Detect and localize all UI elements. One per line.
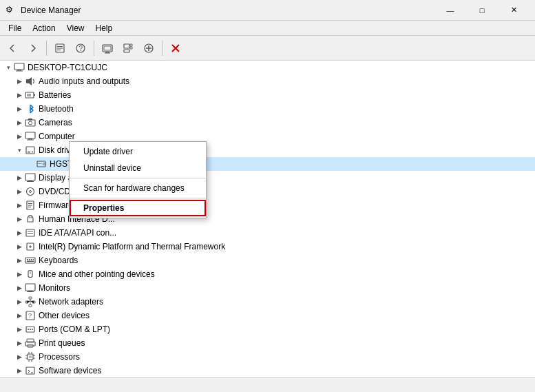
batteries-label: Batteries xyxy=(39,90,71,100)
computer2-icon xyxy=(25,131,36,142)
svg-rect-46 xyxy=(28,233,33,234)
expand-network[interactable]: ▶ xyxy=(14,296,25,307)
tree-item-ide[interactable]: ▶ IDE ATA/ATAPI con... xyxy=(0,226,535,240)
svg-text:?: ? xyxy=(28,312,32,319)
tree-item-ports[interactable]: ▶ Ports (COM & LPT) xyxy=(0,322,535,336)
back-button[interactable] xyxy=(3,39,22,58)
tree-root[interactable]: ▾ DESKTOP-TC1CUJC xyxy=(0,61,535,74)
tree-item-other[interactable]: ▶ ? Other devices xyxy=(0,309,535,322)
ide-label: IDE ATA/ATAPI con... xyxy=(39,228,116,238)
expand-cameras[interactable]: ▶ xyxy=(14,117,25,128)
svg-rect-56 xyxy=(28,291,32,291)
svg-point-32 xyxy=(43,163,45,165)
expand-ports[interactable]: ▶ xyxy=(14,324,25,335)
expand-software[interactable]: ▶ xyxy=(14,365,25,376)
svg-rect-16 xyxy=(17,70,21,71)
expand-audio[interactable]: ▶ xyxy=(14,76,25,87)
ctx-properties[interactable]: Properties xyxy=(70,200,206,216)
expand-root[interactable]: ▾ xyxy=(3,62,14,73)
minimize-button[interactable]: — xyxy=(434,0,466,21)
expand-computer[interactable]: ▶ xyxy=(14,131,25,142)
tree-item-mice[interactable]: ▶ Mice and other pointing devices xyxy=(0,267,535,281)
tree-item-print[interactable]: ▶ Print queues xyxy=(0,336,535,350)
svg-rect-9 xyxy=(104,46,111,50)
ports-label: Ports (COM & LPT) xyxy=(39,324,110,334)
tree-item-processors[interactable]: ▶ Processors xyxy=(0,350,535,364)
scan-button[interactable] xyxy=(98,39,117,58)
svg-rect-48 xyxy=(25,258,35,263)
tree-item-cameras[interactable]: ▶ Cameras xyxy=(0,116,535,130)
expand-processors[interactable]: ▶ xyxy=(14,351,25,362)
menu-help[interactable]: Help xyxy=(90,22,118,34)
window-title: Device Manager xyxy=(21,6,434,15)
hid-icon xyxy=(25,214,36,225)
ctx-separator-2 xyxy=(70,198,206,198)
device-manager-button[interactable] xyxy=(118,39,138,58)
svg-text:?: ? xyxy=(79,45,83,52)
cpu-icon xyxy=(25,351,36,362)
expand-bluetooth[interactable]: ▶ xyxy=(14,103,25,114)
cameras-label: Cameras xyxy=(39,118,72,127)
close-button[interactable]: ✕ xyxy=(498,0,529,21)
help-button[interactable]: ? xyxy=(71,39,90,58)
svg-rect-22 xyxy=(25,120,35,126)
svg-rect-17 xyxy=(16,71,23,72)
tree-item-monitors[interactable]: ▶ Monitors xyxy=(0,281,535,295)
tree-item-software[interactable]: ▶ Software devices xyxy=(0,364,535,377)
menu-file[interactable]: File xyxy=(3,22,27,34)
main-content: ▾ DESKTOP-TC1CUJC ▶ Audio inputs and xyxy=(0,61,535,377)
tree-item-batteries[interactable]: ▶ Batteries xyxy=(0,88,535,102)
expand-ide[interactable]: ▶ xyxy=(14,227,25,238)
expand-other[interactable]: ▶ xyxy=(14,310,25,321)
expand-monitors[interactable]: ▶ xyxy=(14,282,25,293)
svg-rect-27 xyxy=(27,140,34,141)
svg-rect-26 xyxy=(28,138,32,140)
other-label: Other devices xyxy=(39,311,90,320)
display-icon xyxy=(25,172,36,183)
uninstall-button[interactable] xyxy=(166,39,185,58)
disk-icon xyxy=(25,145,36,156)
svg-rect-58 xyxy=(29,297,32,299)
expand-disk-drives[interactable]: ▾ xyxy=(14,145,25,156)
ide-icon xyxy=(25,227,36,238)
toolbar-separator-1 xyxy=(46,41,47,56)
expand-intel[interactable]: ▶ xyxy=(14,241,25,252)
svg-rect-36 xyxy=(27,181,34,182)
tree-item-intel[interactable]: ▶ Intel(R) Dynamic Platform and Thermal … xyxy=(0,240,535,254)
svg-rect-10 xyxy=(124,44,129,48)
expand-firmware[interactable]: ▶ xyxy=(14,200,25,211)
menu-view[interactable]: View xyxy=(61,22,90,34)
menu-action[interactable]: Action xyxy=(27,22,61,34)
ctx-uninstall-device[interactable]: Uninstall device xyxy=(70,160,206,176)
ctx-scan-hardware[interactable]: Scan for hardware changes xyxy=(70,180,206,196)
ctx-update-driver[interactable]: Update driver xyxy=(70,143,206,160)
svg-rect-45 xyxy=(28,231,33,231)
properties-button[interactable] xyxy=(50,39,70,58)
expand-hgst xyxy=(25,158,36,169)
expand-display[interactable]: ▶ xyxy=(14,172,25,183)
forward-button[interactable] xyxy=(23,39,43,58)
expand-keyboards[interactable]: ▶ xyxy=(14,255,25,266)
expand-hid[interactable]: ▶ xyxy=(14,214,25,225)
maximize-button[interactable]: □ xyxy=(466,0,498,21)
expand-dvd[interactable]: ▶ xyxy=(14,186,25,197)
expand-mice[interactable]: ▶ xyxy=(14,269,25,280)
tree-item-network[interactable]: ▶ Network adapters xyxy=(0,295,535,309)
processors-label: Processors xyxy=(39,352,80,362)
monitor-icon xyxy=(25,282,36,293)
firmware-icon xyxy=(25,200,36,211)
tree-item-keyboards[interactable]: ▶ Keyboards xyxy=(0,254,535,267)
expand-batteries[interactable]: ▶ xyxy=(14,90,25,101)
other-icon: ? xyxy=(25,310,36,321)
tree-item-audio[interactable]: ▶ Audio inputs and outputs xyxy=(0,74,535,88)
svg-rect-21 xyxy=(27,94,31,96)
device-tree[interactable]: ▾ DESKTOP-TC1CUJC ▶ Audio inputs and xyxy=(0,61,535,377)
software-label: Software devices xyxy=(39,366,101,375)
svg-rect-24 xyxy=(28,118,32,121)
tree-item-bluetooth[interactable]: ▶ Bluetooth xyxy=(0,102,535,116)
svg-rect-20 xyxy=(34,94,35,96)
svg-rect-55 xyxy=(25,284,35,291)
svg-rect-7 xyxy=(105,52,109,53)
expand-print[interactable]: ▶ xyxy=(14,338,25,349)
add-driver-button[interactable] xyxy=(139,39,158,58)
